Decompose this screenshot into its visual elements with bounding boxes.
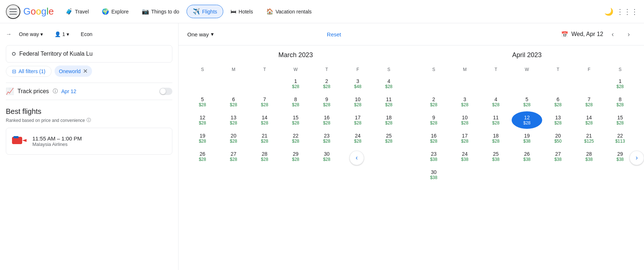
april-day-14[interactable]: 14$28 [574,111,604,129]
march-day-14[interactable]: 14$28 [249,111,280,129]
march-day-29[interactable]: 29$28 [280,148,311,165]
april-day-28[interactable]: 28$38 [574,148,604,165]
march-day-7[interactable]: 7$28 [249,93,280,111]
april-day-17[interactable]: 17$28 [449,130,480,147]
prev-month-button[interactable]: ‹ [606,28,619,41]
april-day-3[interactable]: 3$28 [449,93,480,111]
april-day-9[interactable]: 9$28 [419,111,449,129]
calendar-trip-type-dropdown[interactable]: One way ▾ [187,31,214,37]
march-day-19[interactable]: 19$28 [187,130,217,147]
all-filters-button[interactable]: ⊟ All filters (1) [6,66,52,77]
march-day-4[interactable]: 4$28 [374,75,404,92]
april-day-27[interactable]: 27$38 [543,148,573,165]
march-col-s: S [187,65,217,74]
april-day-26[interactable]: 26$38 [512,148,542,165]
march-day-8[interactable]: 8$28 [280,93,311,111]
march-day-25[interactable]: 25$28 [374,130,404,147]
apps-grid-icon[interactable]: ⋮⋮⋮ [616,7,638,16]
march-empty [374,148,404,165]
march-day-27[interactable]: 27$28 [218,148,248,165]
explore-icon: 🌍 [102,8,109,15]
origin-field[interactable]: Federal Territory of Kuala Lu [6,45,172,63]
april-day-6[interactable]: 6$28 [543,93,573,111]
calendar-reset-button[interactable]: Reset [327,31,341,37]
march-day-26[interactable]: 26$28 [187,148,217,165]
calendar-scroll-left-button[interactable]: ‹ [349,151,364,165]
april-day-19[interactable]: 19$38 [512,130,542,147]
march-day-13[interactable]: 13$28 [218,111,248,129]
april-day-24[interactable]: 24$38 [449,148,480,165]
remove-alliance-icon[interactable]: ✕ [83,68,88,75]
march-day-9[interactable]: 9$28 [312,93,342,111]
march-day-23[interactable]: 23$28 [312,130,342,147]
march-day-12[interactable]: 12$28 [187,111,217,129]
march-day-21[interactable]: 21$28 [249,130,280,147]
march-day-28[interactable]: 28$28 [249,148,280,165]
nav-vacation-rentals[interactable]: 🏠 Vacation rentals [260,5,317,18]
march-day-16[interactable]: 16$28 [312,111,342,129]
dark-mode-icon[interactable]: 🌙 [604,7,613,16]
march-day-22[interactable]: 22$28 [280,130,311,147]
april-day-12-selected[interactable]: 12$28 [512,111,542,129]
calendar-scroll-right-button[interactable]: › [629,151,644,165]
march-day-11[interactable]: 11$28 [374,93,404,111]
march-day-1[interactable]: 1$28 [280,75,311,92]
track-prices-info-icon[interactable]: ⓘ [53,88,58,95]
march-empty [249,75,280,92]
april-day-8[interactable]: 8$28 [605,93,635,111]
nav-explore[interactable]: 🌍 Explore [96,5,134,18]
april-day-4[interactable]: 4$28 [481,93,511,111]
april-day-22[interactable]: 22$113 [605,130,635,147]
march-day-18[interactable]: 18$28 [374,111,404,129]
march-title: March 2023 [187,51,404,59]
march-col-s2: S [374,65,404,74]
info-icon[interactable]: ⓘ [87,117,91,123]
april-day-1[interactable]: 1$28 [605,75,635,92]
april-day-15[interactable]: 15$28 [605,111,635,129]
nav-flights[interactable]: ✈️ Flights [187,5,223,18]
track-prices-row: 📈 Track prices ⓘ Apr 12 [6,83,172,100]
april-empty [449,166,480,183]
april-day-18[interactable]: 18$28 [481,130,511,147]
toggle-thumb [160,88,166,94]
march-day-20[interactable]: 20$28 [218,130,248,147]
flight-time: 11:55 AM – 1:00 PM [32,135,82,142]
march-day-6[interactable]: 6$28 [218,93,248,111]
april-grid: S M T W T F S 1$28 2$28 [419,65,635,183]
april-day-5[interactable]: 5$28 [512,93,542,111]
nav-things-to-do[interactable]: 📷 Things to do [136,5,185,18]
april-day-2[interactable]: 2$28 [419,93,449,111]
april-day-16[interactable]: 16$28 [419,130,449,147]
filters-row: ⊟ All filters (1) Oneworld ✕ [6,65,172,77]
march-day-15[interactable]: 15$28 [280,111,311,129]
april-day-30[interactable]: 30$38 [419,166,449,183]
april-day-7[interactable]: 7$28 [574,93,604,111]
march-day-30[interactable]: 30$28 [312,148,342,165]
class-button[interactable]: Econ [76,29,97,39]
hamburger-menu[interactable] [6,4,20,19]
trip-type-button[interactable]: One way ▾ [15,29,47,39]
march-day-10[interactable]: 10$28 [343,93,373,111]
flight-card[interactable]: 11:55 AM – 1:00 PM Malaysia Airlines [6,128,172,155]
march-day-2[interactable]: 2$28 [312,75,342,92]
march-day-3[interactable]: 3$48 [343,75,373,92]
april-day-10[interactable]: 10$28 [449,111,480,129]
april-col-t1: T [481,65,511,74]
alliance-chip[interactable]: Oneworld ✕ [55,65,92,77]
march-day-24[interactable]: 24$28 [343,130,373,147]
april-day-21[interactable]: 21$125 [574,130,604,147]
passengers-button[interactable]: 👤 1 ▾ [50,29,73,39]
march-day-5[interactable]: 5$28 [187,93,217,111]
april-empty [449,75,480,92]
nav-hotels[interactable]: 🛏 Hotels [225,5,259,18]
april-day-25[interactable]: 25$38 [481,148,511,165]
march-day-17[interactable]: 17$28 [343,111,373,129]
track-prices-toggle[interactable] [159,88,172,95]
svg-rect-1 [13,136,19,138]
next-month-button[interactable]: › [622,28,635,41]
april-day-13[interactable]: 13$28 [543,111,573,129]
april-day-20[interactable]: 20$50 [543,130,573,147]
nav-travel[interactable]: 🧳 Travel [60,5,95,18]
april-day-23[interactable]: 23$38 [419,148,449,165]
april-day-11[interactable]: 11$28 [481,111,511,129]
